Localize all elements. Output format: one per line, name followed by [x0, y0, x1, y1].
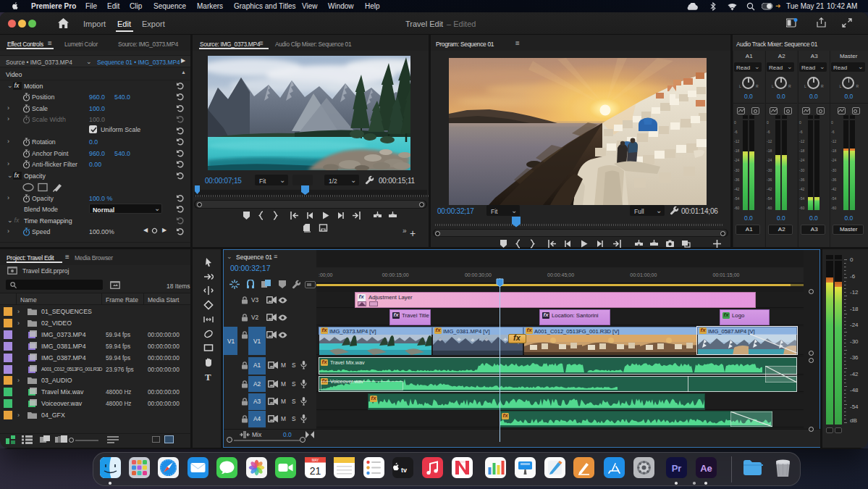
svg-text:MAY: MAY [311, 459, 319, 462]
svg-text:Pr: Pr [671, 463, 681, 474]
svg-text:T: T [205, 372, 211, 382]
svg-text:21: 21 [309, 465, 321, 477]
svg-text:tv: tv [400, 467, 406, 474]
svg-text:Ae: Ae [700, 463, 712, 474]
